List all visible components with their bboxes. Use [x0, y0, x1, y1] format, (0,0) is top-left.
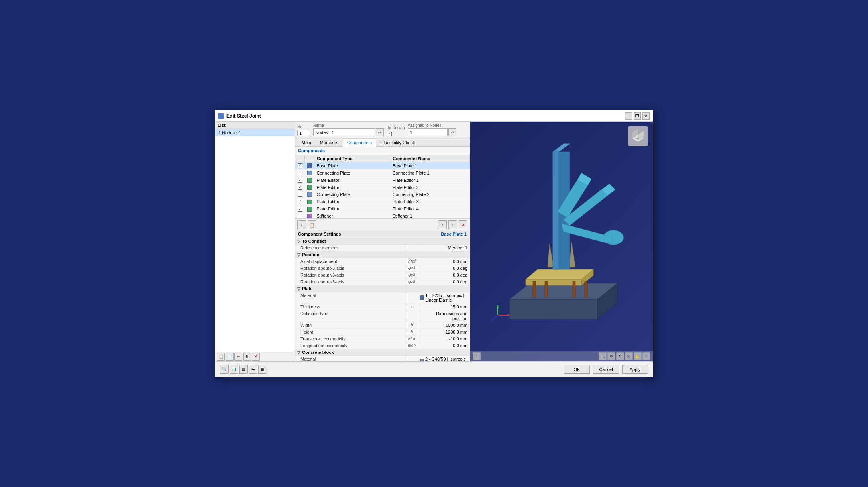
pos-prop-name: Axial displacement: [295, 258, 406, 265]
viewport-btn-more[interactable]: ⋯: [642, 352, 650, 360]
bottom-bar: 🔍 📊 ▦ ⇆ 🗎 OK Cancel Apply: [215, 361, 653, 377]
tab-plausibility[interactable]: Plausibility Check: [376, 138, 419, 147]
comp-check[interactable]: [298, 185, 302, 190]
plate-prop-row: Definition type Dimensions and position: [295, 310, 470, 322]
comp-add-btn[interactable]: +: [297, 220, 306, 229]
list-header: List: [215, 122, 295, 129]
copy-btn[interactable]: 📄: [226, 353, 234, 361]
comp-check[interactable]: [298, 200, 302, 204]
position-prop-row: Axial displacement Xref 0.0 mm: [295, 258, 470, 265]
group-plate[interactable]: ▽ Plate: [295, 285, 470, 292]
group-position[interactable]: ▽ Position: [295, 251, 470, 258]
comp-row[interactable]: Connecting Plate Connecting Plate 2: [295, 191, 470, 198]
comp-row[interactable]: Plate Editor Plate Editor 3: [295, 198, 470, 205]
comp-row[interactable]: Stiffener Stiffener 1: [295, 212, 470, 219]
plate-material-label: Material: [295, 292, 406, 303]
name-label: Name: [313, 123, 384, 128]
bottom-btn-3[interactable]: ▦: [239, 365, 248, 374]
collapse-icon-connect: ▽: [297, 239, 300, 243]
comp-row[interactable]: Base Plate Base Plate 1: [295, 162, 470, 169]
svg-marker-1: [510, 299, 597, 319]
ref-member-value: Member 1: [418, 245, 470, 251]
settings-title: Component Settings: [298, 232, 341, 236]
viewport-btn-fit[interactable]: ⊡: [625, 352, 633, 360]
settings-content: ▽ To Connect Reference member Member 1 ▽…: [295, 238, 470, 361]
add-btn[interactable]: 📋: [217, 353, 225, 361]
minimize-button[interactable]: ─: [625, 112, 632, 120]
comp-row[interactable]: Plate Editor Plate Editor 1: [295, 177, 470, 184]
sort-btn[interactable]: ⇅: [243, 353, 251, 361]
bottom-btn-2[interactable]: 📊: [230, 365, 238, 374]
bottom-btn-1[interactable]: 🔍: [220, 365, 229, 374]
comp-check[interactable]: [298, 192, 302, 197]
comp-swatch: [307, 185, 312, 190]
nav-cube[interactable]: front: [628, 126, 648, 146]
group-to-connect[interactable]: ▽ To Connect: [295, 238, 470, 245]
settings-header: Component Settings Base Plate 1: [295, 230, 470, 238]
model-svg: [486, 132, 637, 339]
middle-panel: No. Name ✏ To Design As: [295, 122, 470, 361]
name-edit-btn[interactable]: ✏: [376, 128, 384, 136]
title-controls: ─ 🗖 ✕: [625, 112, 650, 120]
comp-up-btn[interactable]: ↑: [438, 220, 447, 229]
comp-check[interactable]: [298, 214, 302, 219]
title-bar: Edit Steel Joint ─ 🗖 ✕: [215, 110, 653, 122]
no-field: No.: [297, 125, 310, 136]
pos-prop-sym: φx3: [406, 265, 418, 271]
list-item[interactable]: 1 Nodes : 1: [215, 129, 295, 136]
plate-prop-sym: t: [406, 304, 418, 310]
assigned-input[interactable]: [408, 128, 448, 136]
comp-swatch: [307, 178, 312, 183]
comp-check[interactable]: [298, 207, 302, 212]
viewport-btn-zoom[interactable]: 🔍: [599, 352, 607, 360]
group-concrete[interactable]: ▽ Concrete block: [295, 349, 470, 356]
delete-btn[interactable]: ✕: [252, 353, 260, 361]
plate-prop-sym: etra: [406, 336, 418, 342]
col-check: [295, 155, 305, 162]
to-design-field: To Design: [387, 126, 405, 136]
viewport-btn-perspective[interactable]: 📐: [634, 352, 642, 360]
bottom-btn-4[interactable]: ⇆: [249, 365, 257, 374]
plate-prop-sym: [406, 310, 418, 322]
viewport-btn-pan[interactable]: ✥: [607, 352, 615, 360]
comp-swatch: [307, 207, 312, 212]
comp-check[interactable]: [298, 163, 302, 168]
tab-members[interactable]: Members: [316, 138, 343, 147]
comp-copy-btn[interactable]: 📋: [308, 220, 316, 229]
comp-row[interactable]: Connecting Plate Connecting Plate 1: [295, 169, 470, 177]
svg-rect-9: [585, 281, 587, 297]
concrete-material-row: Material 2 - C40/50 | Isotropic | Linear…: [295, 356, 470, 361]
tab-main[interactable]: Main: [297, 138, 316, 147]
plate-prop-val: -10.0 mm: [418, 336, 470, 342]
comp-name: Plate Editor 4: [390, 205, 470, 212]
assigned-edit-btn[interactable]: 🖊: [448, 128, 456, 136]
to-design-checkbox[interactable]: [387, 132, 392, 136]
plate-material-text: 1 - S235 | Isotropic | Linear Elastic: [425, 293, 467, 302]
plate-prop-name: Thickness: [295, 304, 406, 310]
plate-prop-val: 15.0 mm: [418, 304, 470, 310]
comp-swatch: [307, 200, 312, 204]
comp-row[interactable]: Plate Editor Plate Editor 4: [295, 205, 470, 212]
comp-check[interactable]: [298, 178, 302, 183]
ok-button[interactable]: OK: [564, 365, 590, 374]
no-input[interactable]: [297, 130, 310, 136]
tab-components[interactable]: Components: [343, 138, 376, 147]
apply-button[interactable]: Apply: [622, 365, 648, 374]
restore-button[interactable]: 🗖: [634, 112, 641, 120]
viewport-btn-home[interactable]: ⌂: [473, 352, 481, 360]
plate-prop-row: Width b 1000.0 mm: [295, 322, 470, 329]
comp-down-btn[interactable]: ↓: [448, 220, 457, 229]
edit-btn[interactable]: ✏: [234, 353, 242, 361]
cancel-button[interactable]: Cancel: [593, 365, 619, 374]
plate-prop-val: 1200.0 mm: [418, 329, 470, 335]
name-input[interactable]: [313, 128, 375, 136]
viewport-btn-rotate[interactable]: ↻: [616, 352, 624, 360]
comp-controls-left: + 📋: [297, 220, 316, 229]
bottom-btn-5[interactable]: 🗎: [258, 365, 267, 374]
comp-delete-btn[interactable]: ✕: [459, 220, 467, 229]
comp-check[interactable]: [298, 171, 302, 175]
close-button[interactable]: ✕: [642, 112, 650, 120]
svg-rect-6: [533, 281, 536, 297]
viewport: front ⌂ 🔍 ✥ ↻ ⊡ 📐 ⋯: [470, 122, 653, 361]
comp-row[interactable]: Plate Editor Plate Editor 2: [295, 184, 470, 191]
